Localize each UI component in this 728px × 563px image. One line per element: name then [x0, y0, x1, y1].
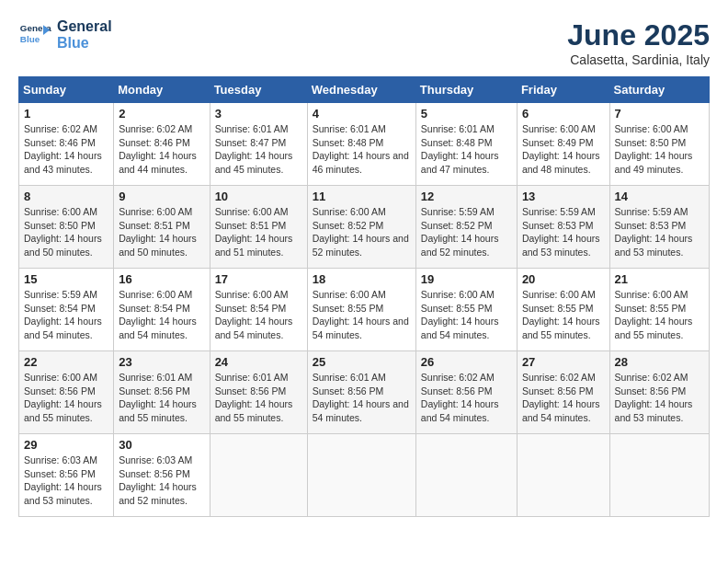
day-number: 30 — [119, 438, 204, 452]
day-info: Sunrise: 6:01 AMSunset: 8:48 PMDaylight:… — [421, 122, 512, 177]
day-info: Sunrise: 6:03 AMSunset: 8:56 PMDaylight:… — [119, 454, 204, 508]
calendar-day-9: 9Sunrise: 6:00 AMSunset: 8:51 PMDaylight… — [114, 186, 210, 269]
day-number: 22 — [24, 355, 108, 369]
calendar-day-17: 17Sunrise: 6:00 AMSunset: 8:54 PMDayligh… — [210, 269, 307, 351]
day-number: 23 — [119, 355, 204, 369]
calendar-day-1: 1Sunrise: 6:02 AMSunset: 8:46 PMDaylight… — [19, 103, 114, 186]
calendar-day-13: 13Sunrise: 5:59 AMSunset: 8:53 PMDayligh… — [517, 186, 609, 269]
day-info: Sunrise: 6:00 AMSunset: 8:50 PMDaylight:… — [24, 205, 108, 259]
calendar-day-10: 10Sunrise: 6:00 AMSunset: 8:51 PMDayligh… — [210, 186, 307, 269]
calendar-day-5: 5Sunrise: 6:01 AMSunset: 8:48 PMDaylight… — [415, 103, 517, 186]
day-number: 13 — [522, 190, 605, 203]
day-info: Sunrise: 6:01 AMSunset: 8:56 PMDaylight:… — [313, 371, 411, 425]
day-number: 7 — [615, 107, 704, 121]
day-number: 27 — [522, 355, 605, 369]
day-number: 5 — [421, 107, 512, 121]
day-number: 3 — [215, 107, 302, 121]
calendar-day-14: 14Sunrise: 5:59 AMSunset: 8:53 PMDayligh… — [609, 186, 709, 269]
day-info: Sunrise: 5:59 AMSunset: 8:54 PMDaylight:… — [24, 288, 108, 342]
calendar-week-1: 1Sunrise: 6:02 AMSunset: 8:46 PMDaylight… — [19, 103, 710, 186]
calendar-day-3: 3Sunrise: 6:01 AMSunset: 8:47 PMDaylight… — [210, 103, 307, 186]
calendar-day-18: 18Sunrise: 6:00 AMSunset: 8:55 PMDayligh… — [307, 269, 415, 351]
calendar-day-4: 4Sunrise: 6:01 AMSunset: 8:48 PMDaylight… — [307, 103, 415, 186]
day-number: 14 — [615, 190, 704, 203]
empty-cell — [609, 434, 709, 517]
day-info: Sunrise: 6:00 AMSunset: 8:55 PMDaylight:… — [313, 288, 411, 342]
title-block: June 2025 Calasetta, Sardinia, Italy — [567, 18, 710, 67]
logo: General Blue General Blue — [18, 18, 112, 52]
day-number: 4 — [313, 107, 411, 121]
day-header-thursday: Thursday — [415, 77, 517, 103]
calendar-day-6: 6Sunrise: 6:00 AMSunset: 8:49 PMDaylight… — [517, 103, 609, 186]
day-number: 19 — [421, 272, 512, 286]
day-info: Sunrise: 6:02 AMSunset: 8:46 PMDaylight:… — [119, 122, 204, 177]
logo-line2: Blue — [57, 35, 112, 52]
calendar-day-21: 21Sunrise: 6:00 AMSunset: 8:55 PMDayligh… — [609, 269, 709, 351]
day-number: 2 — [119, 107, 204, 121]
day-number: 10 — [215, 190, 302, 203]
calendar-week-5: 29Sunrise: 6:03 AMSunset: 8:56 PMDayligh… — [19, 434, 710, 517]
calendar-day-22: 22Sunrise: 6:00 AMSunset: 8:56 PMDayligh… — [19, 351, 114, 434]
day-info: Sunrise: 6:00 AMSunset: 8:50 PMDaylight:… — [615, 122, 704, 177]
day-info: Sunrise: 5:59 AMSunset: 8:53 PMDaylight:… — [522, 205, 605, 259]
day-info: Sunrise: 6:00 AMSunset: 8:54 PMDaylight:… — [215, 288, 302, 342]
day-number: 6 — [522, 107, 605, 121]
day-info: Sunrise: 6:02 AMSunset: 8:56 PMDaylight:… — [522, 371, 605, 425]
day-info: Sunrise: 6:01 AMSunset: 8:47 PMDaylight:… — [215, 122, 302, 177]
day-info: Sunrise: 6:00 AMSunset: 8:55 PMDaylight:… — [522, 288, 605, 342]
day-number: 18 — [313, 272, 411, 286]
day-info: Sunrise: 6:00 AMSunset: 8:52 PMDaylight:… — [313, 205, 411, 259]
calendar-day-7: 7Sunrise: 6:00 AMSunset: 8:50 PMDaylight… — [609, 103, 709, 186]
empty-cell — [307, 434, 415, 517]
calendar-day-12: 12Sunrise: 5:59 AMSunset: 8:52 PMDayligh… — [415, 186, 517, 269]
day-number: 20 — [522, 272, 605, 286]
calendar-day-27: 27Sunrise: 6:02 AMSunset: 8:56 PMDayligh… — [517, 351, 609, 434]
calendar-day-30: 30Sunrise: 6:03 AMSunset: 8:56 PMDayligh… — [114, 434, 210, 517]
day-info: Sunrise: 6:01 AMSunset: 8:56 PMDaylight:… — [119, 371, 204, 425]
calendar-day-11: 11Sunrise: 6:00 AMSunset: 8:52 PMDayligh… — [307, 186, 415, 269]
page-header: General Blue General Blue June 2025 Cala… — [18, 18, 710, 67]
calendar-day-23: 23Sunrise: 6:01 AMSunset: 8:56 PMDayligh… — [114, 351, 210, 434]
day-number: 11 — [313, 190, 411, 203]
day-number: 25 — [313, 355, 411, 369]
calendar-day-19: 19Sunrise: 6:00 AMSunset: 8:55 PMDayligh… — [415, 269, 517, 351]
calendar-day-2: 2Sunrise: 6:02 AMSunset: 8:46 PMDaylight… — [114, 103, 210, 186]
day-info: Sunrise: 6:01 AMSunset: 8:48 PMDaylight:… — [313, 122, 411, 177]
day-number: 8 — [24, 190, 108, 203]
day-info: Sunrise: 5:59 AMSunset: 8:52 PMDaylight:… — [421, 205, 512, 259]
calendar-day-29: 29Sunrise: 6:03 AMSunset: 8:56 PMDayligh… — [19, 434, 114, 517]
day-info: Sunrise: 6:01 AMSunset: 8:56 PMDaylight:… — [215, 371, 302, 425]
empty-cell — [415, 434, 517, 517]
day-number: 26 — [421, 355, 512, 369]
day-header-wednesday: Wednesday — [307, 77, 415, 103]
days-header-row: SundayMondayTuesdayWednesdayThursdayFrid… — [19, 77, 710, 103]
calendar-day-26: 26Sunrise: 6:02 AMSunset: 8:56 PMDayligh… — [415, 351, 517, 434]
day-number: 17 — [215, 272, 302, 286]
logo-line1: General — [57, 18, 112, 35]
day-header-sunday: Sunday — [19, 77, 114, 103]
day-number: 16 — [119, 272, 204, 286]
logo-icon: General Blue — [18, 18, 51, 52]
svg-text:Blue: Blue — [20, 34, 40, 44]
day-info: Sunrise: 6:02 AMSunset: 8:56 PMDaylight:… — [421, 371, 512, 425]
calendar-day-15: 15Sunrise: 5:59 AMSunset: 8:54 PMDayligh… — [19, 269, 114, 351]
day-info: Sunrise: 6:00 AMSunset: 8:56 PMDaylight:… — [24, 371, 108, 425]
calendar-week-4: 22Sunrise: 6:00 AMSunset: 8:56 PMDayligh… — [19, 351, 710, 434]
day-info: Sunrise: 6:00 AMSunset: 8:54 PMDaylight:… — [119, 288, 204, 342]
calendar-week-3: 15Sunrise: 5:59 AMSunset: 8:54 PMDayligh… — [19, 269, 710, 351]
calendar-day-28: 28Sunrise: 6:02 AMSunset: 8:56 PMDayligh… — [609, 351, 709, 434]
empty-cell — [517, 434, 609, 517]
calendar-week-2: 8Sunrise: 6:00 AMSunset: 8:50 PMDaylight… — [19, 186, 710, 269]
day-number: 29 — [24, 438, 108, 452]
day-header-friday: Friday — [517, 77, 609, 103]
day-header-saturday: Saturday — [609, 77, 709, 103]
day-number: 9 — [119, 190, 204, 203]
calendar-day-8: 8Sunrise: 6:00 AMSunset: 8:50 PMDaylight… — [19, 186, 114, 269]
day-info: Sunrise: 6:00 AMSunset: 8:51 PMDaylight:… — [119, 205, 204, 259]
calendar-table: SundayMondayTuesdayWednesdayThursdayFrid… — [18, 76, 710, 517]
day-number: 28 — [615, 355, 704, 369]
day-info: Sunrise: 6:02 AMSunset: 8:46 PMDaylight:… — [24, 122, 108, 177]
day-info: Sunrise: 6:00 AMSunset: 8:49 PMDaylight:… — [522, 122, 605, 177]
day-info: Sunrise: 6:03 AMSunset: 8:56 PMDaylight:… — [24, 454, 108, 508]
calendar-day-16: 16Sunrise: 6:00 AMSunset: 8:54 PMDayligh… — [114, 269, 210, 351]
